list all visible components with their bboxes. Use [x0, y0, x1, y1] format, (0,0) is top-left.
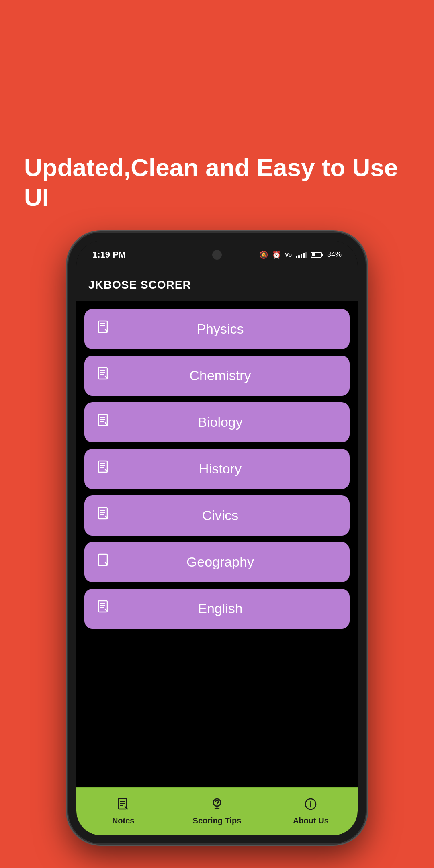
subject-civics-button[interactable]: Civics [84, 495, 350, 536]
hero-tagline: Updated,Clean and Easy to Use UI [0, 129, 434, 229]
subject-civics-icon [96, 506, 111, 524]
subject-list: Physics Chemistry [76, 301, 358, 787]
scoring-tips-label: Scoring Tips [193, 816, 242, 825]
svg-point-7 [106, 330, 107, 331]
subject-geography-label: Geography [119, 554, 321, 570]
subject-physics-button[interactable]: Physics [84, 309, 350, 349]
battery-percent: 34% [327, 250, 342, 259]
subject-chemistry-label: Chemistry [119, 368, 321, 383]
subject-geography-icon [96, 553, 111, 571]
scoring-tips-icon [211, 798, 223, 814]
camera-notch [212, 250, 222, 260]
subject-history-button[interactable]: History [84, 449, 350, 489]
mute-icon: 🔕 [259, 250, 268, 259]
volte-icon: Vo [285, 252, 292, 258]
status-bar: 1:19 PM 🔕 ⏰ Vo [76, 241, 358, 269]
phone-mockup: 1:19 PM 🔕 ⏰ Vo [68, 233, 366, 843]
subject-history-icon [96, 460, 111, 478]
subject-physics-icon [96, 320, 111, 338]
status-time: 1:19 PM [92, 250, 126, 260]
about-us-icon [304, 798, 317, 814]
alarm-icon: ⏰ [272, 250, 281, 259]
battery-icon [311, 252, 323, 258]
subject-biology-icon [96, 413, 111, 431]
subject-english-icon [96, 600, 111, 618]
subject-history-label: History [119, 461, 321, 477]
about-us-label: About Us [293, 816, 329, 825]
subject-civics-label: Civics [119, 508, 321, 523]
nav-scoring-tips[interactable]: Scoring Tips [170, 798, 264, 825]
notes-label: Notes [112, 816, 135, 825]
subject-chemistry-icon [96, 366, 111, 385]
subject-english-label: English [119, 601, 321, 616]
subject-chemistry-button[interactable]: Chemistry [84, 356, 350, 396]
bottom-nav: Notes Scoring Tips [76, 787, 358, 835]
phone-shell: 1:19 PM 🔕 ⏰ Vo [68, 233, 366, 843]
svg-point-36 [213, 799, 221, 806]
app-header: JKBOSE SCORER [76, 269, 358, 301]
nav-notes[interactable]: Notes [76, 798, 170, 825]
subject-english-button[interactable]: English [84, 589, 350, 629]
status-bar-icons: 🔕 ⏰ Vo [259, 250, 342, 259]
subject-biology-label: Biology [119, 414, 321, 430]
phone-screen: 1:19 PM 🔕 ⏰ Vo [76, 241, 358, 835]
svg-rect-1 [321, 254, 323, 256]
subject-biology-button[interactable]: Biology [84, 402, 350, 442]
subject-geography-button[interactable]: Geography [84, 542, 350, 582]
svg-rect-2 [312, 253, 315, 256]
notes-icon [117, 798, 130, 814]
app-title: JKBOSE SCORER [88, 278, 191, 291]
svg-point-41 [310, 801, 311, 803]
nav-about-us[interactable]: About Us [264, 798, 358, 825]
subject-physics-label: Physics [119, 321, 321, 337]
signal-bars-icon [296, 251, 307, 258]
